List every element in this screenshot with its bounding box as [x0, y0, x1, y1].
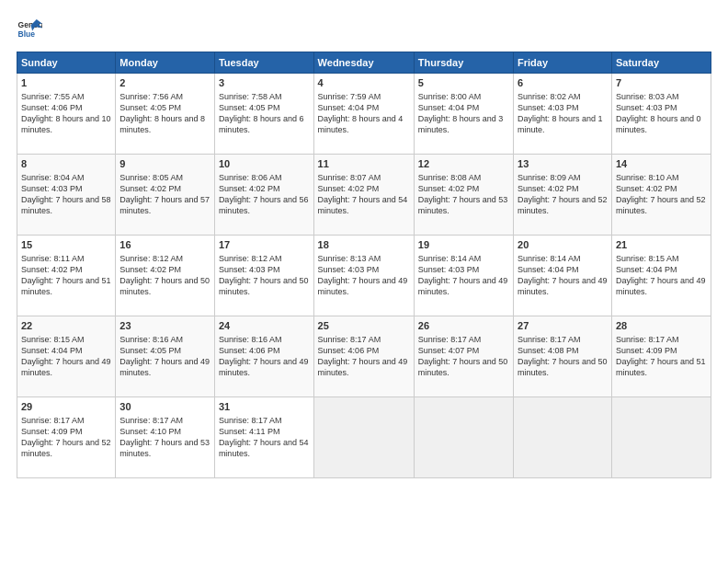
- calendar-day-cell: 7Sunrise: 8:03 AMSunset: 4:03 PMDaylight…: [611, 74, 711, 155]
- calendar-day-cell: 26Sunrise: 8:17 AMSunset: 4:07 PMDayligh…: [414, 316, 513, 397]
- daylight-text: Daylight: 7 hours and 56 minutes.: [219, 195, 309, 215]
- calendar-day-cell: [414, 397, 513, 478]
- calendar-day-cell: 13Sunrise: 8:09 AMSunset: 4:02 PMDayligh…: [514, 155, 612, 236]
- day-number: 18: [318, 238, 410, 252]
- daylight-text: Daylight: 7 hours and 52 minutes.: [21, 438, 111, 458]
- sunrise-text: Sunrise: 8:15 AM: [616, 254, 679, 263]
- day-number: 5: [418, 76, 509, 90]
- sunset-text: Sunset: 4:02 PM: [219, 184, 280, 193]
- page-header: General Blue: [17, 17, 711, 42]
- sunset-text: Sunset: 4:08 PM: [518, 346, 579, 355]
- sunrise-text: Sunrise: 8:12 AM: [119, 254, 183, 263]
- day-number: 12: [418, 157, 509, 171]
- daylight-text: Daylight: 7 hours and 53 minutes.: [119, 438, 210, 458]
- calendar-day-cell: 9Sunrise: 8:05 AMSunset: 4:02 PMDaylight…: [116, 155, 215, 236]
- sunset-text: Sunset: 4:07 PM: [418, 346, 480, 355]
- sunset-text: Sunset: 4:09 PM: [616, 346, 677, 355]
- sunrise-text: Sunrise: 8:17 AM: [418, 335, 482, 344]
- sunrise-text: Sunrise: 8:17 AM: [318, 335, 381, 344]
- calendar-day-cell: 6Sunrise: 8:02 AMSunset: 4:03 PMDaylight…: [514, 74, 612, 155]
- calendar-day-cell: 21Sunrise: 8:15 AMSunset: 4:04 PMDayligh…: [611, 236, 711, 316]
- logo: General Blue: [17, 17, 42, 42]
- day-of-week-header: Friday: [514, 52, 612, 74]
- sunrise-text: Sunrise: 8:00 AM: [418, 92, 482, 101]
- day-number: 4: [318, 76, 410, 90]
- day-of-week-header: Thursday: [414, 52, 513, 74]
- calendar-day-cell: 16Sunrise: 8:12 AMSunset: 4:02 PMDayligh…: [116, 236, 215, 316]
- day-of-week-header: Saturday: [611, 52, 711, 74]
- daylight-text: Daylight: 7 hours and 53 minutes.: [418, 195, 508, 215]
- sunset-text: Sunset: 4:04 PM: [518, 265, 579, 274]
- daylight-text: Daylight: 7 hours and 50 minutes.: [518, 357, 608, 377]
- day-number: 25: [318, 319, 410, 333]
- svg-text:Blue: Blue: [18, 29, 36, 39]
- calendar-week-row: 1Sunrise: 7:55 AMSunset: 4:06 PMDaylight…: [17, 74, 711, 155]
- logo-icon: General Blue: [17, 17, 42, 42]
- daylight-text: Daylight: 7 hours and 52 minutes.: [518, 195, 608, 215]
- sunset-text: Sunset: 4:03 PM: [616, 103, 677, 112]
- sunset-text: Sunset: 4:05 PM: [219, 103, 280, 112]
- daylight-text: Daylight: 7 hours and 51 minutes.: [616, 357, 706, 377]
- calendar-day-cell: 27Sunrise: 8:17 AMSunset: 4:08 PMDayligh…: [514, 316, 612, 397]
- calendar-day-cell: [514, 397, 612, 478]
- day-number: 16: [119, 238, 210, 252]
- daylight-text: Daylight: 7 hours and 52 minutes.: [616, 195, 706, 215]
- day-number: 13: [518, 157, 608, 171]
- sunset-text: Sunset: 4:11 PM: [219, 427, 280, 436]
- sunrise-text: Sunrise: 8:17 AM: [616, 335, 679, 344]
- sunset-text: Sunset: 4:02 PM: [418, 184, 480, 193]
- calendar-table: SundayMondayTuesdayWednesdayThursdayFrid…: [17, 52, 711, 478]
- day-number: 14: [616, 157, 707, 171]
- calendar-header-row: SundayMondayTuesdayWednesdayThursdayFrid…: [17, 52, 711, 74]
- calendar-day-cell: 28Sunrise: 8:17 AMSunset: 4:09 PMDayligh…: [611, 316, 711, 397]
- day-number: 7: [616, 76, 707, 90]
- daylight-text: Daylight: 7 hours and 49 minutes.: [418, 276, 508, 296]
- daylight-text: Daylight: 7 hours and 49 minutes.: [21, 357, 111, 377]
- day-number: 6: [518, 76, 608, 90]
- sunrise-text: Sunrise: 8:16 AM: [219, 335, 282, 344]
- calendar-page: General Blue SundayMondayTuesdayWednesda…: [0, 0, 728, 563]
- day-number: 22: [21, 319, 111, 333]
- sunrise-text: Sunrise: 8:08 AM: [418, 173, 482, 182]
- day-number: 2: [119, 76, 210, 90]
- daylight-text: Daylight: 8 hours and 8 minutes.: [119, 114, 205, 134]
- sunrise-text: Sunrise: 8:12 AM: [219, 254, 282, 263]
- daylight-text: Daylight: 7 hours and 54 minutes.: [318, 195, 408, 215]
- calendar-day-cell: 17Sunrise: 8:12 AMSunset: 4:03 PMDayligh…: [214, 236, 313, 316]
- day-of-week-header: Monday: [116, 52, 215, 74]
- daylight-text: Daylight: 7 hours and 49 minutes.: [318, 357, 408, 377]
- calendar-day-cell: 8Sunrise: 8:04 AMSunset: 4:03 PMDaylight…: [17, 155, 116, 236]
- day-number: 21: [616, 238, 707, 252]
- sunset-text: Sunset: 4:03 PM: [318, 265, 380, 274]
- sunrise-text: Sunrise: 8:17 AM: [119, 416, 183, 425]
- day-of-week-header: Wednesday: [313, 52, 414, 74]
- day-number: 10: [219, 157, 310, 171]
- calendar-week-row: 22Sunrise: 8:15 AMSunset: 4:04 PMDayligh…: [17, 316, 711, 397]
- day-number: 9: [119, 157, 210, 171]
- sunset-text: Sunset: 4:06 PM: [21, 103, 83, 112]
- calendar-day-cell: 11Sunrise: 8:07 AMSunset: 4:02 PMDayligh…: [313, 155, 414, 236]
- day-of-week-header: Tuesday: [214, 52, 313, 74]
- sunset-text: Sunset: 4:04 PM: [21, 346, 83, 355]
- sunset-text: Sunset: 4:02 PM: [318, 184, 380, 193]
- sunset-text: Sunset: 4:02 PM: [119, 184, 181, 193]
- sunrise-text: Sunrise: 8:02 AM: [518, 92, 581, 101]
- daylight-text: Daylight: 7 hours and 57 minutes.: [119, 195, 210, 215]
- calendar-day-cell: 2Sunrise: 7:56 AMSunset: 4:05 PMDaylight…: [116, 74, 215, 155]
- sunset-text: Sunset: 4:05 PM: [119, 346, 181, 355]
- daylight-text: Daylight: 7 hours and 54 minutes.: [219, 438, 309, 458]
- sunset-text: Sunset: 4:03 PM: [21, 184, 83, 193]
- sunset-text: Sunset: 4:09 PM: [21, 427, 83, 436]
- calendar-day-cell: 5Sunrise: 8:00 AMSunset: 4:04 PMDaylight…: [414, 74, 513, 155]
- calendar-day-cell: 3Sunrise: 7:58 AMSunset: 4:05 PMDaylight…: [214, 74, 313, 155]
- sunrise-text: Sunrise: 8:15 AM: [21, 335, 85, 344]
- calendar-day-cell: 29Sunrise: 8:17 AMSunset: 4:09 PMDayligh…: [17, 397, 116, 478]
- daylight-text: Daylight: 7 hours and 58 minutes.: [21, 195, 111, 215]
- calendar-day-cell: 19Sunrise: 8:14 AMSunset: 4:03 PMDayligh…: [414, 236, 513, 316]
- day-number: 27: [518, 319, 608, 333]
- sunset-text: Sunset: 4:03 PM: [418, 265, 480, 274]
- day-number: 8: [21, 157, 111, 171]
- sunset-text: Sunset: 4:06 PM: [318, 346, 380, 355]
- daylight-text: Daylight: 7 hours and 49 minutes.: [318, 276, 408, 296]
- sunrise-text: Sunrise: 8:04 AM: [21, 173, 85, 182]
